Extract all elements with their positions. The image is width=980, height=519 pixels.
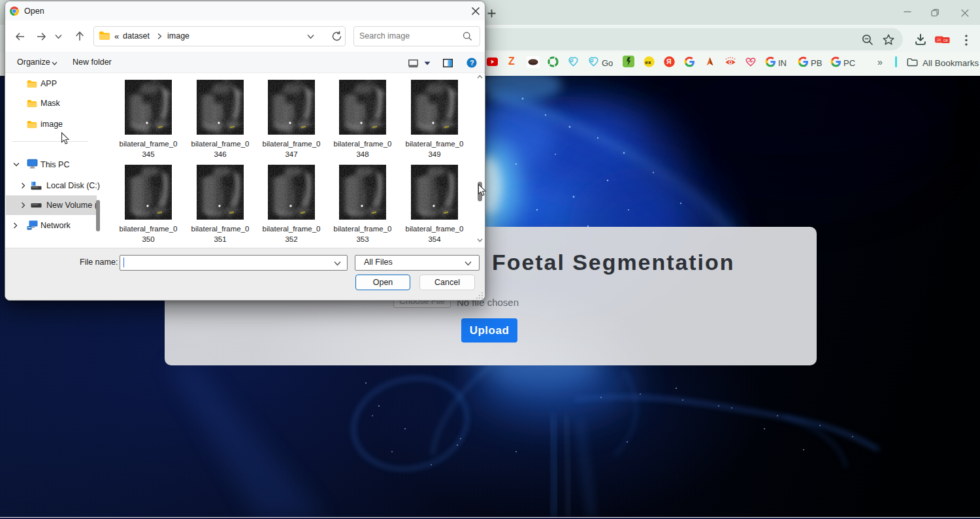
- svg-text:?: ?: [470, 59, 474, 67]
- svg-text:OK: OK: [943, 39, 949, 42]
- svg-text:Я: Я: [666, 58, 672, 65]
- svg-text:ex: ex: [645, 59, 651, 65]
- svg-text:24: 24: [937, 38, 941, 42]
